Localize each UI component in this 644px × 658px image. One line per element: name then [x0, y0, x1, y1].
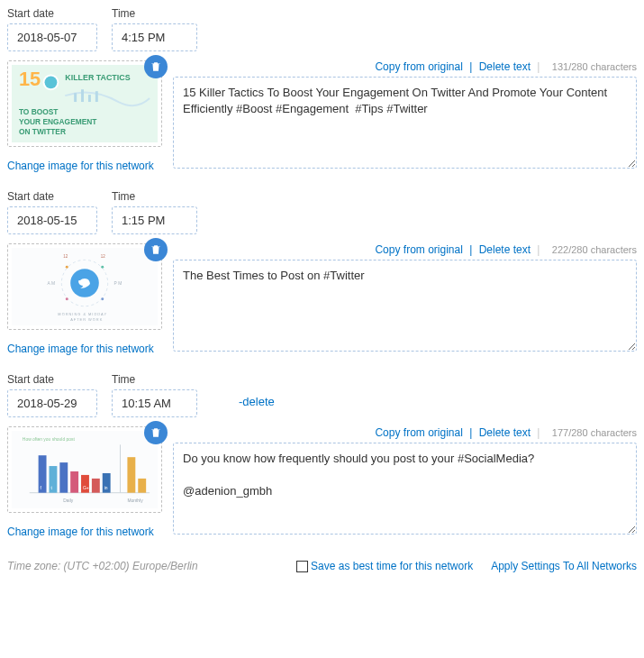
svg-point-3 — [45, 76, 58, 88]
apply-all-networks-link[interactable]: Apply Settings To All Networks — [491, 560, 637, 572]
post-textarea[interactable] — [173, 77, 637, 169]
start-date-input[interactable] — [7, 389, 97, 417]
change-image-link[interactable]: Change image for this network — [7, 160, 154, 172]
post-block: Start date Time A M P M 12 — [7, 190, 637, 355]
svg-text:Daily: Daily — [63, 498, 73, 503]
start-date-input[interactable] — [7, 206, 97, 234]
start-date-label: Start date — [7, 7, 97, 20]
start-date-group: Start date — [7, 7, 97, 51]
time-group: Time — [112, 190, 197, 234]
text-column: Copy from original | Delete text | 131/2… — [173, 60, 637, 171]
svg-point-19 — [66, 266, 68, 269]
svg-rect-8 — [74, 93, 77, 102]
svg-text:MORNING & MIDDAY: MORNING & MIDDAY — [58, 312, 107, 316]
content-row: 15 KILLER TACTICS TO BOOST YOUR ENGAGEME… — [7, 60, 637, 172]
svg-text:in: in — [104, 486, 108, 490]
text-column: Copy from original | Delete text | 177/2… — [173, 426, 637, 537]
save-best-time-checkbox[interactable]: Save as best time for this network — [296, 560, 473, 572]
time-group: Time — [112, 373, 197, 417]
time-input[interactable] — [112, 23, 197, 51]
time-label: Time — [112, 373, 197, 386]
text-column: Copy from original | Delete text | 222/2… — [173, 243, 637, 354]
svg-text:TO BOOST: TO BOOST — [19, 107, 59, 116]
text-actions-row: Copy from original | Delete text | 222/2… — [173, 243, 637, 256]
footer: Time zone: (UTC +02:00) Europe/Berlin Sa… — [7, 556, 637, 580]
svg-rect-9 — [81, 89, 84, 102]
svg-rect-37 — [138, 479, 146, 493]
delete-post-link[interactable]: -delete — [239, 395, 275, 408]
svg-text:P M: P M — [114, 281, 122, 286]
svg-text:15: 15 — [19, 68, 41, 90]
start-date-label: Start date — [7, 373, 97, 386]
date-time-row: Start date Time — [7, 7, 637, 51]
start-date-group: Start date — [7, 373, 97, 417]
start-date-group: Start date — [7, 190, 97, 234]
delete-image-button[interactable] — [144, 238, 168, 261]
copy-from-original-link[interactable]: Copy from original — [375, 243, 462, 256]
image-column: 15 KILLER TACTICS TO BOOST YOUR ENGAGEME… — [7, 60, 162, 172]
svg-point-20 — [101, 266, 104, 269]
svg-text:AFTER WORK: AFTER WORK — [70, 317, 103, 322]
svg-rect-25 — [12, 431, 158, 508]
delete-image-button[interactable] — [144, 55, 168, 78]
character-count: 222/280 characters — [552, 244, 637, 255]
svg-text:A M: A M — [48, 281, 55, 286]
start-date-input[interactable] — [7, 23, 97, 51]
time-label: Time — [112, 190, 197, 203]
svg-rect-31 — [59, 462, 68, 493]
svg-text:KILLER TACTICS: KILLER TACTICS — [65, 73, 130, 82]
svg-rect-34 — [92, 479, 100, 493]
post-block: Start date Time 15 KILLER TACTICS TO BOO… — [7, 7, 637, 172]
delete-text-link[interactable]: Delete text — [479, 243, 531, 256]
timezone-label: Time zone: (UTC +02:00) Europe/Berlin — [7, 560, 198, 572]
svg-rect-36 — [127, 457, 135, 493]
svg-point-21 — [66, 297, 68, 300]
delete-image-button[interactable] — [144, 421, 168, 444]
svg-text:G+: G+ — [83, 486, 89, 490]
svg-point-22 — [101, 297, 104, 300]
time-label: Time — [112, 7, 197, 20]
start-date-label: Start date — [7, 190, 97, 203]
text-actions-row: Copy from original | Delete text | 131/2… — [173, 60, 637, 73]
post-block: Start date Time -delete How often you sh… — [7, 373, 637, 538]
post-textarea[interactable] — [173, 260, 637, 352]
image-preview[interactable]: A M P M 12 12 MORNING & MIDDAY AFTER WOR… — [7, 243, 162, 330]
date-time-row: Start date Time -delete — [7, 373, 637, 417]
change-image-link[interactable]: Change image for this network — [7, 525, 154, 538]
character-count: 177/280 characters — [552, 427, 637, 438]
delete-text-link[interactable]: Delete text — [479, 60, 531, 73]
post-textarea[interactable] — [173, 443, 637, 535]
svg-rect-11 — [95, 91, 98, 102]
time-group: Time — [112, 7, 197, 51]
content-row: How often you should post f t — [7, 426, 637, 538]
svg-text:How often you should post: How often you should post — [23, 437, 76, 442]
time-input[interactable] — [112, 389, 197, 417]
date-time-row: Start date Time — [7, 190, 637, 234]
save-best-time-label: Save as best time for this network — [311, 560, 473, 572]
svg-rect-32 — [70, 471, 78, 493]
svg-text:12: 12 — [63, 254, 68, 259]
svg-rect-10 — [88, 95, 91, 102]
text-actions-row: Copy from original | Delete text | 177/2… — [173, 426, 637, 439]
image-column: A M P M 12 12 MORNING & MIDDAY AFTER WOR… — [7, 243, 162, 355]
trash-icon — [150, 243, 162, 256]
footer-actions: Save as best time for this network Apply… — [296, 560, 637, 572]
delete-text-link[interactable]: Delete text — [479, 426, 531, 439]
time-input[interactable] — [112, 206, 197, 234]
trash-icon — [150, 426, 162, 439]
content-row: A M P M 12 12 MORNING & MIDDAY AFTER WOR… — [7, 243, 637, 355]
change-image-link[interactable]: Change image for this network — [7, 343, 154, 355]
image-preview[interactable]: 15 KILLER TACTICS TO BOOST YOUR ENGAGEME… — [7, 60, 162, 147]
svg-text:Monthly: Monthly — [127, 498, 143, 503]
image-column: How often you should post f t — [7, 426, 162, 538]
svg-text:ON TWITTER: ON TWITTER — [19, 127, 66, 136]
svg-text:YOUR ENGAGEMENT: YOUR ENGAGEMENT — [19, 117, 97, 126]
svg-text:12: 12 — [101, 254, 105, 259]
image-preview[interactable]: How often you should post f t — [7, 426, 162, 513]
checkbox-icon — [296, 561, 308, 572]
copy-from-original-link[interactable]: Copy from original — [375, 426, 462, 439]
trash-icon — [150, 60, 162, 73]
character-count: 131/280 characters — [552, 61, 637, 72]
copy-from-original-link[interactable]: Copy from original — [375, 60, 462, 73]
